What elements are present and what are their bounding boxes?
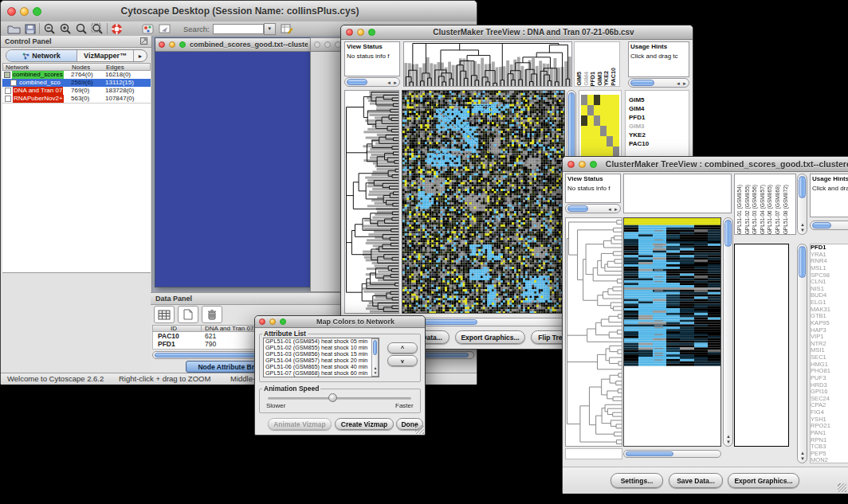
- search-input[interactable]: [213, 24, 264, 34]
- minimize-button[interactable]: [357, 29, 364, 36]
- resize-grip[interactable]: [415, 425, 424, 434]
- select-attributes-icon[interactable]: [154, 306, 175, 323]
- column-dendrogram-empty: [623, 174, 732, 213]
- row-value: 621: [205, 332, 216, 340]
- scrollbar-thumb[interactable]: [812, 222, 831, 229]
- column-dendrogram[interactable]: [403, 41, 572, 87]
- new-attribute-icon[interactable]: [178, 306, 198, 323]
- dialog-titlebar[interactable]: Map Colors to Network: [255, 316, 425, 328]
- annotation-icon[interactable]: [159, 24, 171, 34]
- help-icon[interactable]: [111, 23, 123, 35]
- column-labels-vscrollbar[interactable]: ▲▼: [797, 174, 807, 235]
- minimize-button[interactable]: [20, 7, 29, 16]
- move-up-button[interactable]: ^: [387, 342, 418, 354]
- minimize-button[interactable]: [269, 318, 276, 325]
- attribute-list-vscrollbar[interactable]: ▲ ▼: [371, 338, 379, 377]
- main-titlebar[interactable]: Cytoscape Desktop (Session Name: collins…: [1, 1, 477, 22]
- zoom-out-icon[interactable]: [43, 23, 56, 35]
- close-button[interactable]: [567, 161, 575, 168]
- row-dendrogram[interactable]: [565, 217, 622, 447]
- network-table-row[interactable]: combined_scores2764(0)16218(0): [2, 71, 151, 79]
- attribute-browser-icon[interactable]: [281, 23, 293, 34]
- network-canvas[interactable]: [157, 51, 304, 282]
- treeview1-titlebar[interactable]: ClusterMaker TreeView : DNA and Tran 07-…: [341, 25, 693, 40]
- heatmap-main[interactable]: [623, 217, 721, 447]
- minimize-button[interactable]: [169, 41, 175, 48]
- heatmap-main[interactable]: [402, 90, 565, 314]
- tab-vizmapper[interactable]: VizMapper™: [77, 50, 134, 61]
- float-panel-icon[interactable]: [140, 37, 147, 46]
- network-table-row[interactable]: DNA and Tran 07769(0)183728(0): [2, 87, 151, 95]
- scrollbar-thumb[interactable]: [373, 340, 377, 355]
- speed-slider-thumb[interactable]: [328, 393, 337, 402]
- save-icon[interactable]: [25, 24, 36, 34]
- network-table-header[interactable]: Network Nodes Edges: [2, 63, 151, 71]
- export-graphics-button[interactable]: Export Graphics...: [728, 473, 799, 488]
- save-data-button[interactable]: Save Data...: [669, 473, 723, 488]
- scrollbar-thumb[interactable]: [799, 246, 806, 278]
- view-status-panel: View Status No status info f: [344, 41, 400, 76]
- view-status-hscrollbar[interactable]: ◄►: [565, 204, 621, 213]
- attribute-list[interactable]: GPL51-01 (GSM854) heat shock 05 minGPL51…: [263, 338, 379, 377]
- status-hint-pan: Middle-: [230, 374, 255, 383]
- view-status-hscrollbar[interactable]: ◄►: [344, 77, 400, 87]
- zoom-in-icon[interactable]: [59, 23, 72, 35]
- resize-grip[interactable]: [838, 483, 846, 492]
- control-panel-tabs: Network VizMapper™ ►: [6, 49, 147, 62]
- search-dropdown-button[interactable]: ▼: [264, 23, 276, 35]
- heatmap-hscrollbar[interactable]: [402, 318, 565, 326]
- vizmapper-icon[interactable]: [142, 24, 154, 34]
- close-button[interactable]: [159, 41, 165, 48]
- close-button[interactable]: [259, 318, 265, 325]
- network-window-titlebar[interactable]: combined_scores_good.txt--cluste...: [155, 38, 311, 52]
- zoom-button[interactable]: [33, 7, 41, 16]
- nodes-count: 769(0): [71, 87, 89, 95]
- network-table-row[interactable]: RNAPuberNov2+563(0)107847(0): [2, 95, 151, 103]
- network-table-row[interactable]: combined_sco2569(6)13112(15): [2, 79, 151, 87]
- tab-network[interactable]: Network: [6, 50, 77, 61]
- treeview2-titlebar[interactable]: ClusterMaker TreeView : combined_scores_…: [563, 157, 848, 172]
- close-button[interactable]: [314, 41, 320, 48]
- usage-hints-hscrollbar[interactable]: ◄►: [628, 78, 689, 88]
- usage-hints-hscrollbar[interactable]: [810, 221, 848, 230]
- zoom-fit-icon[interactable]: [91, 23, 104, 35]
- view-status-text: No status info f: [566, 184, 620, 193]
- zoom-heatmap[interactable]: [734, 244, 789, 447]
- speed-slider-track[interactable]: [268, 397, 411, 400]
- zoom-selected-icon[interactable]: [75, 23, 88, 35]
- close-button[interactable]: [346, 29, 353, 36]
- network-table[interactable]: combined_scores2764(0)16218(0)combined_s…: [2, 71, 151, 103]
- create-vizmap-button[interactable]: Create Vizmap: [335, 418, 394, 430]
- scrollbar-thumb[interactable]: [626, 451, 673, 456]
- animate-vizmap-button[interactable]: Animate Vizmap: [268, 418, 332, 430]
- scrollbar-thumb[interactable]: [567, 205, 588, 212]
- move-down-button[interactable]: v: [387, 355, 418, 366]
- doc-icon: [5, 88, 11, 94]
- scrollbar-thumb[interactable]: [799, 176, 806, 198]
- delete-attribute-icon[interactable]: [202, 306, 222, 323]
- heatmap-vscrollbar[interactable]: ▲▼: [723, 217, 733, 447]
- heatmap-hscrollbar[interactable]: [623, 450, 721, 458]
- zoom-button[interactable]: [280, 318, 286, 325]
- scrollbar-thumb[interactable]: [630, 80, 654, 86]
- gene-list-vscrollbar[interactable]: ▲▼: [797, 244, 807, 463]
- scrollbar-thumb[interactable]: [724, 220, 732, 247]
- row-dendrogram[interactable]: [344, 90, 399, 314]
- scrollbar-thumb[interactable]: [347, 79, 367, 85]
- column-labels-panel: GPL51-01 (GSM854)GPL51-02 (GSM855)GPL51-…: [734, 174, 796, 235]
- more-tabs-arrow[interactable]: ►: [134, 50, 147, 61]
- close-button[interactable]: [7, 7, 16, 16]
- settings-button[interactable]: Settings...: [610, 473, 663, 488]
- attribute-list-item[interactable]: GPL51-07 (GSM868) heat shock 60 min: [264, 370, 379, 377]
- dendrogram-hscroll-area[interactable]: [565, 448, 622, 459]
- minimize-button[interactable]: [324, 41, 331, 48]
- birdseye-view[interactable]: [2, 272, 151, 370]
- zoom-button[interactable]: [179, 41, 186, 48]
- zoom-button[interactable]: [590, 161, 597, 168]
- data-panel-toolbar: [154, 306, 222, 323]
- open-icon[interactable]: [7, 24, 21, 34]
- animation-speed-label: Animation Speed: [262, 385, 320, 393]
- export-graphics-button[interactable]: Export Graphics...: [455, 330, 525, 344]
- minimize-button[interactable]: [579, 161, 586, 168]
- zoom-button[interactable]: [368, 29, 375, 36]
